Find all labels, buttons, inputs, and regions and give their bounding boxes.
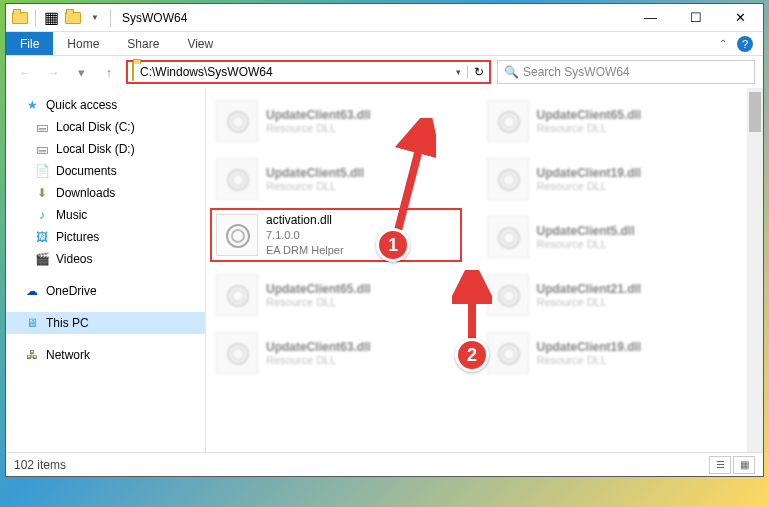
refresh-button[interactable]: ↻ — [467, 65, 489, 79]
svg-line-0 — [396, 130, 424, 238]
body-area: ★Quick access 🖴Local Disk (C:) 🖴Local Di… — [6, 88, 763, 452]
file-type: Resource DLL — [537, 180, 642, 192]
scrollbar-thumb[interactable] — [749, 92, 761, 132]
search-placeholder: Search SysWOW64 — [523, 65, 630, 79]
file-type: Resource DLL — [537, 354, 642, 366]
label: This PC — [46, 316, 89, 330]
network-icon: 🖧 — [24, 347, 40, 363]
downloads-icon: ⬇ — [34, 185, 50, 201]
sidebar-item-music[interactable]: ♪Music — [6, 204, 205, 226]
address-bar[interactable]: C:\Windows\SysWOW64 ▾ ↻ — [126, 60, 491, 84]
file-type: Resource DLL — [266, 180, 364, 192]
sidebar-item-downloads[interactable]: ⬇Downloads — [6, 182, 205, 204]
documents-icon: 📄 — [34, 163, 50, 179]
file-type: Resource DLL — [266, 296, 371, 308]
recent-locations-icon[interactable]: ▾ — [70, 61, 92, 83]
address-path[interactable]: C:\Windows\SysWOW64 — [138, 65, 449, 79]
label: Network — [46, 348, 90, 362]
label: Quick access — [46, 98, 117, 112]
file-name: UpdateClient5.dll — [537, 224, 635, 238]
dll-icon — [487, 100, 529, 142]
search-input[interactable]: 🔍 Search SysWOW64 — [497, 60, 755, 84]
dll-icon — [487, 274, 529, 316]
dll-icon — [487, 332, 529, 374]
new-folder-icon[interactable] — [63, 8, 83, 28]
window-controls: — ☐ ✕ — [628, 4, 763, 32]
file-type: Resource DLL — [266, 354, 371, 366]
tab-file[interactable]: File — [6, 32, 53, 55]
sidebar-item-onedrive[interactable]: ☁OneDrive — [6, 280, 205, 302]
music-icon: ♪ — [34, 207, 50, 223]
sidebar-item-documents[interactable]: 📄Documents — [6, 160, 205, 182]
quick-access-toolbar: ▦ ▼ — [6, 8, 114, 28]
file-item[interactable]: UpdateClient65.dllResource DLL — [483, 92, 744, 150]
sidebar-item-disk-d[interactable]: 🖴Local Disk (D:) — [6, 138, 205, 160]
qat-dropdown-icon[interactable]: ▼ — [85, 8, 105, 28]
annotation-2: 2 — [452, 270, 492, 360]
title-bar: ▦ ▼ SysWOW64 — ☐ ✕ — [6, 4, 763, 32]
back-button[interactable]: ← — [14, 61, 36, 83]
collapse-ribbon-icon[interactable]: ⌃ — [719, 38, 727, 49]
view-details-button[interactable]: ☰ — [709, 456, 731, 474]
dll-icon — [216, 100, 258, 142]
folder-icon — [132, 63, 134, 81]
file-name: activation.dll — [266, 212, 344, 228]
sidebar-item-disk-c[interactable]: 🖴Local Disk (C:) — [6, 116, 205, 138]
star-icon: ★ — [24, 97, 40, 113]
view-icons-button[interactable]: ▦ — [733, 456, 755, 474]
close-button[interactable]: ✕ — [718, 4, 763, 32]
file-item[interactable]: UpdateClient21.dllResource DLL — [483, 266, 744, 324]
folder-icon — [10, 8, 30, 28]
minimize-button[interactable]: — — [628, 4, 673, 32]
file-type: Resource DLL — [537, 238, 635, 250]
sidebar-item-pictures[interactable]: 🖼Pictures — [6, 226, 205, 248]
scrollbar[interactable] — [747, 88, 763, 452]
file-meta: activation.dll 7.1.0.0 EA DRM Helper — [266, 212, 344, 258]
file-name: UpdateClient65.dll — [266, 282, 371, 296]
help-icon[interactable]: ? — [737, 36, 753, 52]
forward-button[interactable]: → — [42, 61, 64, 83]
dll-icon — [487, 158, 529, 200]
onedrive-icon: ☁ — [24, 283, 40, 299]
file-item[interactable]: UpdateClient19.dllResource DLL — [483, 324, 744, 382]
pictures-icon: 🖼 — [34, 229, 50, 245]
file-item[interactable]: UpdateClient63.dllResource DLL — [212, 324, 473, 382]
label: Music — [56, 208, 87, 222]
file-item[interactable]: UpdateClient19.dllResource DLL — [483, 150, 744, 208]
sidebar-item-this-pc[interactable]: 🖥This PC — [6, 312, 205, 334]
search-icon: 🔍 — [504, 65, 519, 79]
tab-share[interactable]: Share — [113, 32, 173, 55]
sidebar-item-network[interactable]: 🖧Network — [6, 344, 205, 366]
status-bar: 102 items ☰ ▦ — [6, 452, 763, 476]
disk-icon: 🖴 — [34, 119, 50, 135]
dll-icon — [216, 214, 258, 256]
pc-icon: 🖥 — [24, 315, 40, 331]
up-button[interactable]: ↑ — [98, 61, 120, 83]
tab-view[interactable]: View — [173, 32, 227, 55]
label: Downloads — [56, 186, 115, 200]
sidebar-item-quick-access[interactable]: ★Quick access — [6, 94, 205, 116]
separator — [35, 9, 36, 27]
file-type: Resource DLL — [537, 122, 642, 134]
properties-icon[interactable]: ▦ — [41, 8, 61, 28]
file-description: EA DRM Helper — [266, 243, 344, 258]
file-name: UpdateClient19.dll — [537, 166, 642, 180]
file-type: Resource DLL — [537, 296, 642, 308]
dll-icon — [216, 332, 258, 374]
label: Local Disk (D:) — [56, 142, 135, 156]
annotation-bubble-1: 1 — [376, 228, 410, 262]
label: OneDrive — [46, 284, 97, 298]
file-name: UpdateClient65.dll — [537, 108, 642, 122]
label: Pictures — [56, 230, 99, 244]
file-name: UpdateClient19.dll — [537, 340, 642, 354]
file-name: UpdateClient63.dll — [266, 108, 371, 122]
label: Videos — [56, 252, 92, 266]
file-item[interactable]: UpdateClient65.dllResource DLL — [212, 266, 473, 324]
dll-icon — [487, 216, 529, 258]
maximize-button[interactable]: ☐ — [673, 4, 718, 32]
sidebar-item-videos[interactable]: 🎬Videos — [6, 248, 205, 270]
address-dropdown-icon[interactable]: ▾ — [449, 67, 467, 77]
tab-home[interactable]: Home — [53, 32, 113, 55]
dll-icon — [216, 158, 258, 200]
file-item[interactable]: UpdateClient5.dllResource DLL — [483, 208, 744, 266]
